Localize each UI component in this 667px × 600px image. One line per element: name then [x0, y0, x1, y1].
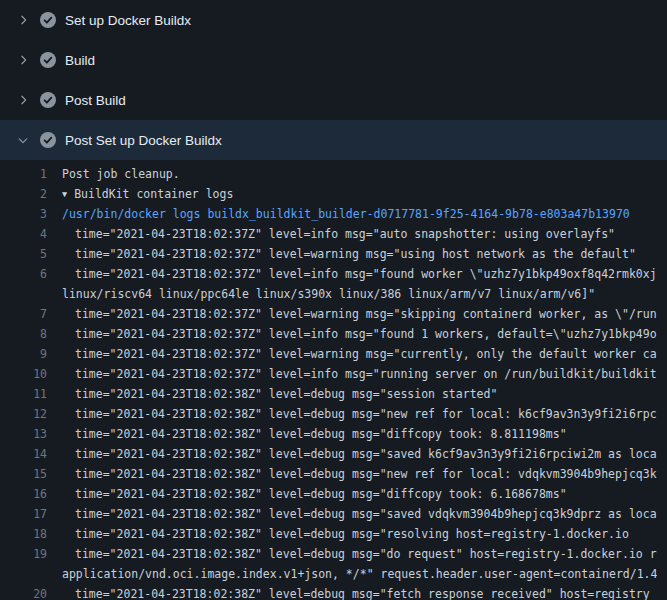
step-label: Post Set up Docker Buildx	[65, 133, 222, 148]
log-line: 17 time="2021-04-23T18:02:38Z" level=deb…	[0, 504, 667, 524]
log-text: time="2021-04-23T18:02:38Z" level=debug …	[62, 464, 657, 484]
log-text: time="2021-04-23T18:02:38Z" level=debug …	[62, 444, 657, 464]
line-number[interactable]: 1	[0, 164, 62, 184]
log-line: 13 time="2021-04-23T18:02:38Z" level=deb…	[0, 424, 667, 444]
line-number[interactable]: 3	[0, 204, 62, 224]
log-line: 20 time="2021-04-23T18:02:38Z" level=deb…	[0, 584, 667, 600]
log-line: 18 time="2021-04-23T18:02:38Z" level=deb…	[0, 524, 667, 544]
chevron-icon	[15, 92, 31, 108]
log-line: 16 time="2021-04-23T18:02:38Z" level=deb…	[0, 484, 667, 504]
log-line: 1 Post job cleanup.	[0, 164, 667, 184]
log-line: 9 time="2021-04-23T18:02:37Z" level=warn…	[0, 344, 667, 364]
step-row-set-up-docker-buildx[interactable]: Set up Docker Buildx	[0, 0, 667, 40]
step-row-post-build[interactable]: Post Build	[0, 80, 667, 120]
step-label: Set up Docker Buildx	[65, 13, 191, 28]
log-line: application/vnd.oci.image.index.v1+json,…	[0, 564, 667, 584]
log-text: linux/riscv64 linux/ppc64le linux/s390x …	[62, 284, 595, 304]
log-line: 5 time="2021-04-23T18:02:37Z" level=warn…	[0, 244, 667, 264]
log-text: time="2021-04-23T18:02:38Z" level=debug …	[62, 524, 629, 544]
log-line: 14 time="2021-04-23T18:02:38Z" level=deb…	[0, 444, 667, 464]
log-line: 4 time="2021-04-23T18:02:37Z" level=info…	[0, 224, 667, 244]
check-circle-icon	[40, 52, 56, 68]
log-line: 3 /usr/bin/docker logs buildx_buildkit_b…	[0, 204, 667, 224]
line-number[interactable]	[0, 284, 62, 304]
log-text: time="2021-04-23T18:02:38Z" level=debug …	[62, 544, 657, 564]
chevron-icon	[15, 52, 31, 68]
chevron-icon	[15, 132, 31, 148]
line-number[interactable]: 4	[0, 224, 62, 244]
log-lines: 1 Post job cleanup. 2 ▼ BuildKit contain…	[0, 160, 667, 600]
actions-log-viewer: Set up Docker Buildx Build Post Buil	[0, 0, 667, 600]
log-text: time="2021-04-23T18:02:38Z" level=debug …	[62, 584, 650, 600]
log-text: time="2021-04-23T18:02:38Z" level=debug …	[62, 424, 567, 444]
log-line: 7 time="2021-04-23T18:02:37Z" level=warn…	[0, 304, 667, 324]
log-line: 2 ▼ BuildKit container logs	[0, 184, 667, 204]
line-number[interactable]: 18	[0, 524, 62, 544]
check-circle-icon	[40, 92, 56, 108]
group-expanded-icon[interactable]: ▼	[62, 184, 67, 204]
log-line: 10 time="2021-04-23T18:02:37Z" level=inf…	[0, 364, 667, 384]
log-text: time="2021-04-23T18:02:37Z" level=info m…	[62, 324, 657, 344]
line-number[interactable]: 9	[0, 344, 62, 364]
line-number[interactable]: 7	[0, 304, 62, 324]
log-text: time="2021-04-23T18:02:38Z" level=debug …	[62, 504, 657, 524]
step-row-post-set-up-docker-buildx[interactable]: Post Set up Docker Buildx	[0, 120, 667, 160]
step-label: Build	[65, 53, 95, 68]
line-number[interactable]: 19	[0, 544, 62, 564]
log-text: time="2021-04-23T18:02:38Z" level=debug …	[62, 404, 657, 424]
check-circle-icon	[40, 12, 56, 28]
steps-list: Set up Docker Buildx Build Post Buil	[0, 0, 667, 160]
line-number[interactable]: 13	[0, 424, 62, 444]
log-text: time="2021-04-23T18:02:38Z" level=debug …	[62, 484, 567, 504]
log-text: time="2021-04-23T18:02:37Z" level=info m…	[62, 224, 615, 244]
log-text: time="2021-04-23T18:02:37Z" level=warnin…	[62, 304, 657, 324]
log-text: BuildKit container logs	[74, 184, 233, 204]
line-number[interactable]: 2	[0, 184, 62, 204]
log-line: 11 time="2021-04-23T18:02:38Z" level=deb…	[0, 384, 667, 404]
log-line: 12 time="2021-04-23T18:02:38Z" level=deb…	[0, 404, 667, 424]
log-text: time="2021-04-23T18:02:37Z" level=warnin…	[62, 244, 636, 264]
chevron-icon	[15, 12, 31, 28]
line-number[interactable]: 12	[0, 404, 62, 424]
line-number[interactable]: 20	[0, 584, 62, 600]
log-text: time="2021-04-23T18:02:37Z" level=warnin…	[62, 344, 657, 364]
log-text: time="2021-04-23T18:02:37Z" level=info m…	[62, 264, 657, 284]
log-text: Post job cleanup.	[62, 164, 180, 184]
step-label: Post Build	[65, 93, 126, 108]
log-text: /usr/bin/docker logs buildx_buildkit_bui…	[62, 204, 630, 224]
line-number[interactable]: 5	[0, 244, 62, 264]
line-number[interactable]: 17	[0, 504, 62, 524]
log-line: linux/riscv64 linux/ppc64le linux/s390x …	[0, 284, 667, 304]
line-number[interactable]: 10	[0, 364, 62, 384]
check-circle-icon	[40, 132, 56, 148]
line-number[interactable]: 8	[0, 324, 62, 344]
log-line: 6 time="2021-04-23T18:02:37Z" level=info…	[0, 264, 667, 284]
line-number[interactable]: 6	[0, 264, 62, 284]
line-number[interactable]	[0, 564, 62, 584]
log-text: time="2021-04-23T18:02:38Z" level=debug …	[62, 384, 497, 404]
line-number[interactable]: 11	[0, 384, 62, 404]
step-row-build[interactable]: Build	[0, 40, 667, 80]
log-line: 8 time="2021-04-23T18:02:37Z" level=info…	[0, 324, 667, 344]
line-number[interactable]: 15	[0, 464, 62, 484]
log-text: application/vnd.oci.image.index.v1+json,…	[62, 564, 657, 584]
log-line: 15 time="2021-04-23T18:02:38Z" level=deb…	[0, 464, 667, 484]
log-text: time="2021-04-23T18:02:37Z" level=info m…	[62, 364, 657, 384]
line-number[interactable]: 16	[0, 484, 62, 504]
log-line: 19 time="2021-04-23T18:02:38Z" level=deb…	[0, 544, 667, 564]
line-number[interactable]: 14	[0, 444, 62, 464]
